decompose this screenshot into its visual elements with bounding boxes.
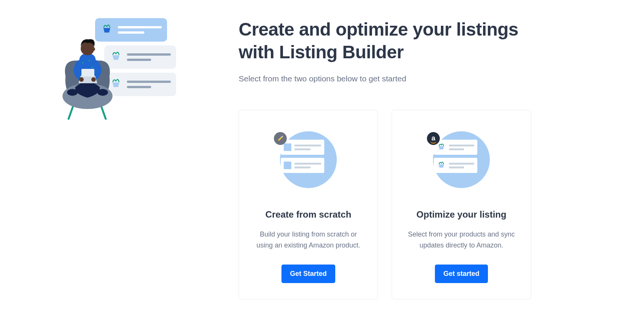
- hero-illustration: [0, 0, 239, 330]
- page-subtitle: Select from the two options below to get…: [239, 74, 546, 83]
- svg-point-4: [88, 60, 90, 61]
- svg-point-11: [91, 77, 96, 82]
- svg-point-10: [79, 77, 84, 82]
- pencil-icon: [274, 132, 287, 145]
- svg-point-5: [91, 67, 93, 68]
- page-title: Create and optimize your listings with L…: [239, 18, 546, 64]
- get-started-optimize-button[interactable]: Get started: [435, 265, 488, 283]
- svg-point-1: [67, 89, 78, 96]
- card-optimize-listing: a Optimize your listing Select from your…: [392, 110, 531, 299]
- get-started-scratch-button[interactable]: Get Started: [281, 265, 335, 283]
- card-illustration: [276, 128, 341, 192]
- amazon-icon: a: [427, 132, 440, 145]
- svg-point-13: [92, 48, 95, 51]
- card-description: Build your listing from scratch or using…: [252, 229, 365, 251]
- svg-point-2: [97, 89, 108, 96]
- card-title: Optimize your listing: [416, 209, 506, 220]
- svg-point-3: [82, 62, 84, 64]
- plant-icon: [437, 161, 446, 170]
- svg-rect-9: [81, 69, 94, 76]
- person-illustration: [51, 23, 127, 122]
- plant-icon: [437, 143, 446, 152]
- card-create-from-scratch: Create from scratch Build your listing f…: [239, 110, 378, 299]
- option-cards: Create from scratch Build your listing f…: [239, 110, 546, 299]
- card-description: Select from your products and sync updat…: [405, 229, 518, 251]
- card-illustration: a: [429, 128, 494, 192]
- card-title: Create from scratch: [266, 209, 352, 220]
